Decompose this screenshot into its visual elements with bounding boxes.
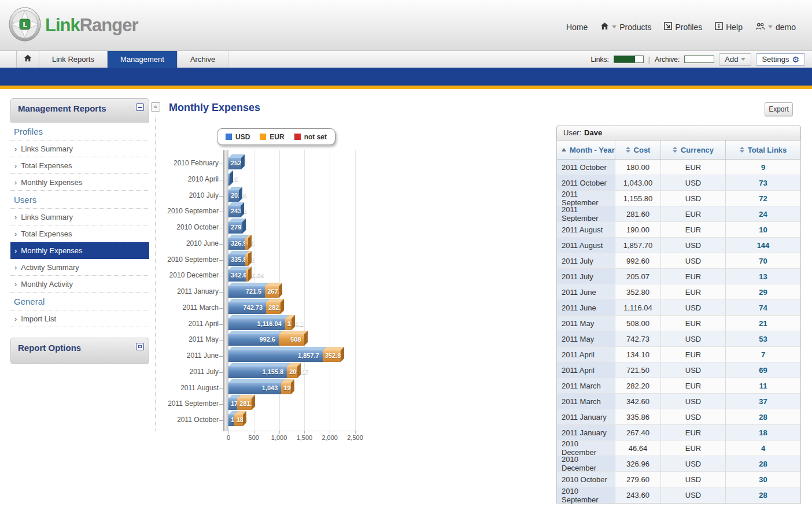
- chart-category-tick: [219, 164, 223, 164]
- chart-bar-eur: 190: [281, 383, 291, 394]
- cell-total-links: 69: [725, 362, 800, 378]
- bar-value-label: 205.07: [289, 368, 309, 375]
- tab-home[interactable]: [16, 51, 39, 68]
- cell-currency: USD: [660, 238, 725, 253]
- sidebar-item-profiles-monthly-expenses[interactable]: ›Monthly Expenses: [10, 174, 149, 191]
- tab-management[interactable]: Management: [108, 51, 178, 68]
- nav-user-menu[interactable]: demo: [752, 21, 799, 33]
- top-navigation: Home Products Profiles Help demo: [563, 21, 799, 33]
- chart-category-label: 2010 June: [148, 239, 219, 247]
- nav-help[interactable]: Help: [711, 21, 746, 33]
- nav-profiles[interactable]: Profiles: [660, 21, 706, 33]
- cell-total-links: 28: [725, 456, 800, 471]
- cell-cost: 1,857.70: [615, 238, 660, 253]
- minimize-icon[interactable]: [136, 103, 144, 111]
- chart-category-tick: [219, 340, 223, 341]
- cell-cost: 180.00: [615, 160, 660, 175]
- cell-currency: USD: [660, 472, 725, 487]
- panel-title: Management Reports: [18, 103, 106, 113]
- cell-month-year: 2011 October: [557, 175, 615, 190]
- cell-month-year: 2010 October: [557, 472, 615, 487]
- bar-value-label: 508: [281, 336, 301, 343]
- chart-category-tick: [219, 388, 223, 389]
- chart-category-label: 2011 April: [148, 320, 219, 328]
- divider: |: [648, 55, 650, 64]
- chart-category-label: 2010 September: [148, 207, 219, 215]
- sidebar-item-profiles-total-expenses[interactable]: ›Total Expenses: [10, 157, 149, 174]
- table-header-row: Month - YearCostCurrencyTotal Links: [556, 140, 801, 160]
- chart-axis-tick: [254, 431, 254, 434]
- column-header-total-links[interactable]: Total Links: [725, 140, 800, 159]
- tab-archive[interactable]: Archive: [178, 51, 228, 68]
- column-header-month-year[interactable]: Month - Year: [557, 140, 615, 159]
- tab-link-reports[interactable]: Link Reports: [39, 51, 108, 68]
- cell-cost: 335.86: [615, 409, 660, 424]
- column-header-cost[interactable]: Cost: [615, 140, 660, 159]
- cell-cost: 190.00: [615, 222, 660, 237]
- sidebar-item-users-activity-summary[interactable]: ›Activity Summary: [10, 259, 149, 276]
- restore-icon[interactable]: [136, 343, 144, 350]
- chart-category-tick: [219, 180, 223, 180]
- table-row: 2011 May742.73USD53: [557, 331, 800, 347]
- cell-cost: 279.60: [615, 472, 660, 487]
- chart-bar-usd: 201.5: [228, 190, 239, 202]
- chevron-right-icon: ›: [14, 310, 17, 327]
- chart-bar-eur: 281.6: [237, 398, 252, 410]
- sidebar-collapse-button[interactable]: «: [151, 102, 160, 112]
- chart-category-tick: [219, 308, 223, 309]
- sidebar-item-users-links-summary[interactable]: ›Links Summary: [10, 209, 149, 225]
- chart-bar-eur: 48: [245, 254, 248, 266]
- table-row: 2011 March282.20EUR11: [557, 378, 800, 394]
- table-row: 2011 March342.60USD37: [557, 394, 800, 409]
- chart-bar-usd: 326.96: [228, 238, 245, 250]
- bar-value-label: 48: [248, 256, 254, 263]
- chart-axis-tick: [279, 431, 280, 434]
- brand-name: LinkRanger: [45, 15, 138, 36]
- chart-bar-usd: 742.73: [228, 302, 266, 314]
- links-progress-label: Links:: [590, 55, 608, 64]
- cell-currency: USD: [660, 175, 725, 190]
- chevron-down-icon: [741, 58, 745, 61]
- tab-bar: Link Reports Management Archive Links: |…: [0, 51, 812, 68]
- user-label: User:: [563, 128, 581, 137]
- nav-products[interactable]: Products: [597, 21, 655, 33]
- cell-total-links: 70: [725, 253, 800, 268]
- sidebar-item-profiles-links-summary[interactable]: ›Links Summary: [10, 140, 149, 157]
- column-label: Month - Year: [570, 146, 615, 154]
- add-button[interactable]: Add: [719, 53, 751, 66]
- bar-value-label: 282.2: [268, 304, 285, 311]
- settings-button[interactable]: Settings⚙: [756, 53, 805, 66]
- table-row: 2011 June352.80EUR29: [557, 284, 800, 300]
- cell-cost: 352.80: [615, 284, 660, 299]
- bar-value-label: 252: [231, 160, 241, 166]
- bar-value-label: 342.64: [231, 272, 250, 279]
- x-axis-tick-label: 2,500: [341, 434, 370, 441]
- cell-total-links: 24: [725, 206, 800, 221]
- chart-category-label: 2010 September: [148, 256, 219, 264]
- app-logo[interactable]: L LinkRanger: [8, 6, 138, 45]
- cell-currency: USD: [660, 300, 725, 315]
- chart-gridline: [304, 150, 305, 431]
- cell-month-year: 2011 September: [557, 191, 615, 206]
- chart-bar-eur: 180: [234, 415, 243, 426]
- chart-category-label: 2011 June: [148, 351, 219, 360]
- column-header-currency[interactable]: Currency: [660, 140, 725, 159]
- table-row: 2011 October1,043.00USD73: [557, 175, 800, 191]
- x-axis-tick-label: 2,000: [315, 434, 344, 441]
- sidebar-item-users-total-expenses[interactable]: ›Total Expenses: [10, 225, 149, 242]
- x-axis-tick-label: 500: [239, 434, 268, 441]
- cell-cost: 326.96: [615, 456, 660, 471]
- gear-icon: ⚙: [792, 55, 799, 64]
- sidebar-item-general-import-list[interactable]: ›Import List: [10, 310, 149, 327]
- bar-value-label: 279.6: [231, 224, 247, 231]
- sidebar-item-users-monthly-expenses[interactable]: ›Monthly Expenses: [10, 242, 149, 259]
- chart-bar-usd: 1,116.04: [228, 319, 285, 330]
- app-header: L LinkRanger Home Products Profiles Help: [0, 0, 812, 51]
- table-row: 2011 September1,155.80USD72: [557, 191, 800, 206]
- export-button[interactable]: Export: [765, 102, 793, 116]
- nav-home[interactable]: Home: [563, 21, 591, 33]
- sidebar-item-users-monthly-activity[interactable]: ›Monthly Activity: [10, 276, 149, 293]
- sidebar-section-general: General: [10, 293, 149, 310]
- sidebar-section-profiles: Profiles: [10, 123, 149, 140]
- chart-category-label: 2011 March: [148, 304, 219, 312]
